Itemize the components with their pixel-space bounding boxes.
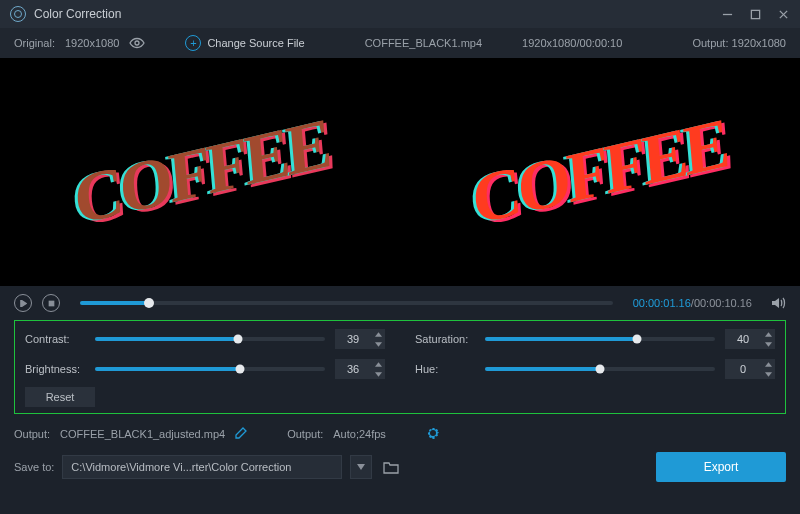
output-format-value: Auto;24fps xyxy=(333,428,386,440)
preview-adjusted: COFFEE xyxy=(401,61,797,283)
hue-step-up[interactable] xyxy=(761,359,775,369)
info-bar: Original: 1920x1080 + Change Source File… xyxy=(0,28,800,58)
save-path-field[interactable]: C:\Vidmore\Vidmore Vi...rter\Color Corre… xyxy=(62,455,342,479)
contrast-label: Contrast: xyxy=(25,333,85,345)
output-label: Output: xyxy=(692,37,728,49)
preview-area: COFFEE COFFEE xyxy=(0,58,800,286)
export-button[interactable]: Export xyxy=(656,452,786,482)
seek-fill xyxy=(80,301,149,305)
svg-marker-9 xyxy=(765,332,772,336)
title-bar: Color Correction xyxy=(0,0,800,28)
seek-bar[interactable] xyxy=(80,301,613,305)
saturation-input[interactable]: 40 xyxy=(725,329,775,349)
maximize-button[interactable] xyxy=(748,7,762,21)
duration: 00:00:10.16 xyxy=(694,297,752,309)
minimize-button[interactable] xyxy=(720,7,734,21)
brightness-input[interactable]: 36 xyxy=(335,359,385,379)
preview-original-content: COFFEE xyxy=(71,108,330,237)
window-title: Color Correction xyxy=(34,7,720,21)
brightness-label: Brightness: xyxy=(25,363,85,375)
output-settings-icon[interactable] xyxy=(426,426,440,442)
hue-step-down[interactable] xyxy=(761,369,775,379)
output-resolution: 1920x1080 xyxy=(732,37,786,49)
brightness-slider[interactable] xyxy=(95,367,325,371)
change-source-label: Change Source File xyxy=(207,37,304,49)
source-resolution-duration: 1920x1080/00:00:10 xyxy=(522,37,622,49)
volume-icon[interactable] xyxy=(770,295,786,311)
output-file-label: Output: xyxy=(14,428,50,440)
save-row: Save to: C:\Vidmore\Vidmore Vi...rter\Co… xyxy=(0,448,800,486)
brightness-step-up[interactable] xyxy=(371,359,385,369)
svg-marker-8 xyxy=(375,342,382,346)
output-format-label: Output: xyxy=(287,428,323,440)
svg-marker-12 xyxy=(375,372,382,376)
svg-rect-1 xyxy=(751,10,759,18)
svg-marker-10 xyxy=(765,342,772,346)
hue-slider[interactable] xyxy=(485,367,715,371)
hue-input[interactable]: 0 xyxy=(725,359,775,379)
contrast-slider[interactable] xyxy=(95,337,325,341)
seek-thumb[interactable] xyxy=(144,298,154,308)
plus-icon: + xyxy=(185,35,201,51)
svg-marker-7 xyxy=(375,332,382,336)
save-to-label: Save to: xyxy=(14,461,54,473)
saturation-step-up[interactable] xyxy=(761,329,775,339)
original-resolution: 1920x1080 xyxy=(65,37,119,49)
svg-marker-13 xyxy=(765,362,772,366)
preview-adjusted-content: COFFEE xyxy=(469,108,728,237)
reset-button[interactable]: Reset xyxy=(25,387,95,407)
saturation-value: 40 xyxy=(725,333,761,345)
svg-rect-6 xyxy=(49,301,53,305)
adjustment-panel: Contrast: 39 Saturation: 40 xyxy=(14,320,786,414)
edit-output-name-icon[interactable] xyxy=(235,427,247,441)
svg-marker-5 xyxy=(20,300,25,307)
brightness-row: Brightness: 36 xyxy=(25,359,385,379)
app-logo-icon xyxy=(10,6,26,22)
saturation-step-down[interactable] xyxy=(761,339,775,349)
output-row: Output: COFFEE_BLACK1_adjusted.mp4 Outpu… xyxy=(0,420,800,448)
svg-marker-15 xyxy=(357,464,365,470)
saturation-slider[interactable] xyxy=(485,337,715,341)
change-source-button[interactable]: + Change Source File xyxy=(185,35,304,51)
saturation-label: Saturation: xyxy=(415,333,475,345)
brightness-value: 36 xyxy=(335,363,371,375)
close-button[interactable] xyxy=(776,7,790,21)
source-filename: COFFEE_BLACK1.mp4 xyxy=(365,37,482,49)
current-time: 00:00:01.16 xyxy=(633,297,691,309)
play-button[interactable] xyxy=(14,294,32,312)
svg-point-4 xyxy=(135,41,139,45)
stop-button[interactable] xyxy=(42,294,60,312)
svg-marker-14 xyxy=(765,372,772,376)
svg-marker-11 xyxy=(375,362,382,366)
brightness-step-down[interactable] xyxy=(371,369,385,379)
output-filename: COFFEE_BLACK1_adjusted.mp4 xyxy=(60,428,225,440)
original-label: Original: xyxy=(14,37,55,49)
preview-toggle-icon[interactable] xyxy=(129,35,145,51)
open-folder-icon[interactable] xyxy=(380,455,402,479)
playback-bar: 00:00:01.16/00:00:10.16 xyxy=(0,286,800,320)
hue-row: Hue: 0 xyxy=(415,359,775,379)
contrast-input[interactable]: 39 xyxy=(335,329,385,349)
saturation-row: Saturation: 40 xyxy=(415,329,775,349)
contrast-value: 39 xyxy=(335,333,371,345)
time-display: 00:00:01.16/00:00:10.16 xyxy=(633,297,752,309)
contrast-row: Contrast: 39 xyxy=(25,329,385,349)
preview-original: COFFEE xyxy=(3,61,399,283)
hue-label: Hue: xyxy=(415,363,475,375)
hue-value: 0 xyxy=(725,363,761,375)
save-path-dropdown[interactable] xyxy=(350,455,372,479)
contrast-step-down[interactable] xyxy=(371,339,385,349)
contrast-step-up[interactable] xyxy=(371,329,385,339)
window-controls xyxy=(720,7,790,21)
